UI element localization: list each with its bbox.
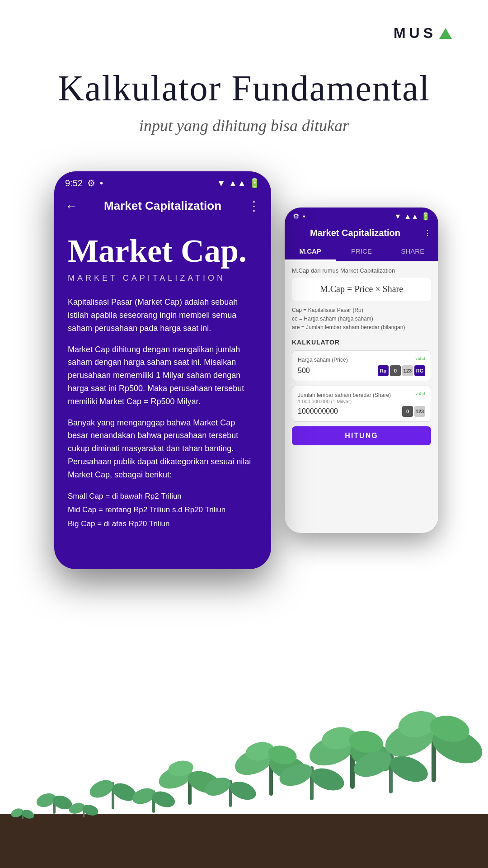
tab-share[interactable]: SHARE <box>387 243 438 261</box>
formula-box: M.Cap = Price × Share <box>292 278 431 301</box>
share-placeholder: 1.000.000.000 (1 Milyar) <box>298 399 425 404</box>
share-field-label: Jumlah lembar saham beredar (Share) <box>298 392 391 398</box>
phone-back: ⚙ • ▼ ▲▲ 🔋 Market Capitalization ⋮ M.CAP <box>285 208 438 533</box>
plants-svg <box>0 705 488 841</box>
formula-notes: Cap = Kapitalisasi Pasar (Rp) ce = Harga… <box>292 306 431 332</box>
formula-label: M.Cap dari rumus Market Capitalization <box>292 267 431 274</box>
tab-mcap[interactable]: M.CAP <box>285 243 336 261</box>
small-cap: Small Cap = di bawah Rp2 Triliun <box>68 490 258 504</box>
more-icon-back[interactable]: ⋮ <box>424 229 431 237</box>
settings-icon-back: ⚙ <box>293 212 299 221</box>
time-front: 9:52 <box>65 178 83 189</box>
price-valid: valid <box>415 355 425 361</box>
hitung-button[interactable]: HITUNG <box>292 426 431 445</box>
signal-icon-back: ▲▲ <box>404 212 418 221</box>
description-3: Banyak yang menganggap bahwa Market Cap … <box>68 416 258 481</box>
phone-front: 9:52 ⚙ • ▼ ▲▲ 🔋 ← Market Capitalization … <box>54 171 271 569</box>
app-bar-back: Market Capitalization ⋮ <box>285 223 438 243</box>
main-title: Kalkulator Fundamental <box>0 68 488 109</box>
svg-point-39 <box>308 764 347 794</box>
more-icon-front[interactable]: ⋮ <box>248 198 260 213</box>
btn-123-1[interactable]: 123 <box>402 365 413 376</box>
dot-back: • <box>303 212 305 221</box>
app-bar-front: ← Market Capitalization ⋮ <box>54 192 271 220</box>
calculator-label: KALKULATOR <box>292 339 431 346</box>
btn-rg[interactable]: RG <box>414 365 425 376</box>
btn-zero-1[interactable]: 0 <box>390 365 401 376</box>
logo: MUS <box>394 25 452 42</box>
app-bar-title-back: Market Capitalization <box>292 228 418 238</box>
dot-front: • <box>100 178 103 189</box>
svg-point-36 <box>227 778 258 803</box>
status-bar-back: ⚙ • ▼ ▲▲ 🔋 <box>285 208 438 223</box>
big-title: Market Cap. <box>68 233 258 269</box>
back-arrow-icon[interactable]: ← <box>65 199 78 213</box>
battery-icon-front: 🔋 <box>249 178 260 189</box>
tabs-bar: M.CAP PRICE SHARE <box>285 243 438 261</box>
share-value[interactable]: 1000000000 <box>298 407 399 415</box>
logo-text: MUS <box>394 25 436 42</box>
description-1: Kapitalisasi Pasar (Market Cap) adalah s… <box>68 296 258 335</box>
btn-zero-2[interactable]: 0 <box>402 406 413 417</box>
market-cap-subtitle: MARKET CAPITALIZATION <box>68 274 258 283</box>
sub-title: input yang dihitung bisa ditukar <box>0 116 488 135</box>
content-back: M.Cap dari rumus Market Capitalization M… <box>285 261 438 533</box>
status-bar-front: 9:52 ⚙ • ▼ ▲▲ 🔋 <box>54 171 271 192</box>
settings-icon-front: ⚙ <box>87 178 95 189</box>
btn-rp[interactable]: Rp <box>378 365 389 376</box>
title-area: Kalkulator Fundamental input yang dihitu… <box>0 0 488 135</box>
battery-icon-back: 🔋 <box>421 212 430 221</box>
wifi-icon-back: ▼ <box>394 212 401 221</box>
cap-list: Small Cap = di bawah Rp2 Triliun Mid Cap… <box>68 490 258 531</box>
tab-price[interactable]: PRICE <box>336 243 387 261</box>
wifi-icon-front: ▼ <box>217 178 226 189</box>
app-bar-title-front: Market Capitalization <box>87 199 239 213</box>
price-value[interactable]: 500 <box>298 367 375 375</box>
share-valid: valid <box>415 391 425 396</box>
price-field-label: Harga saham (Price) <box>298 357 348 363</box>
plants-section <box>0 696 488 868</box>
phones-container: ⚙ • ▼ ▲▲ 🔋 Market Capitalization ⋮ M.CAP <box>41 171 447 578</box>
big-cap: Big Cap = di atas Rp20 Triliun <box>68 517 258 531</box>
formula-text: M.Cap = Price × Share <box>320 284 403 294</box>
price-input-group: Harga saham (Price) valid 500 Rp 0 123 R… <box>292 350 431 381</box>
mid-cap: Mid Cap = rentang Rp2 Triliun s.d Rp20 T… <box>68 503 258 517</box>
btn-123-2[interactable]: 123 <box>414 406 425 417</box>
description-2: Market Cap dihitung dengan mengalikan ju… <box>68 343 258 408</box>
share-input-group: Jumlah lembar saham beredar (Share) vali… <box>292 386 431 422</box>
price-btns: Rp 0 123 RG <box>378 365 425 376</box>
logo-triangle-icon <box>439 28 452 39</box>
share-btns: 0 123 <box>402 406 425 417</box>
content-front: Market Cap. MARKET CAPITALIZATION Kapita… <box>54 220 271 569</box>
signal-bars-front: ▲▲ <box>228 178 246 189</box>
